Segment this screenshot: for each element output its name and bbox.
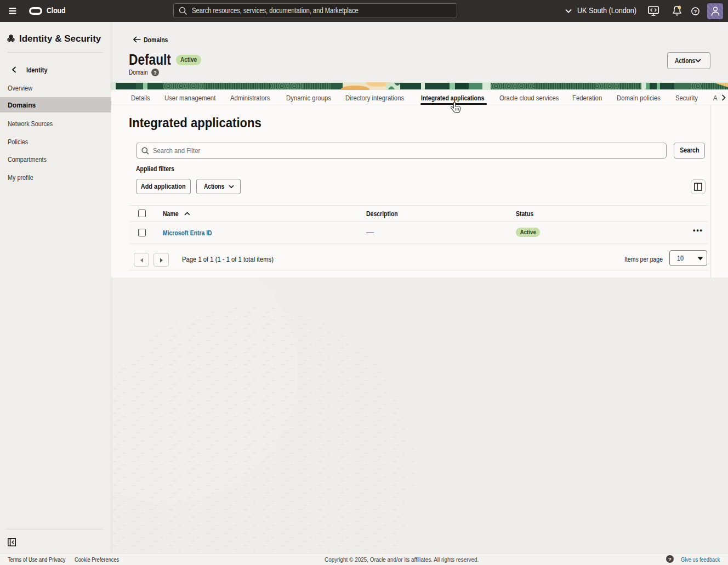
svg-text:?: ? (153, 70, 157, 76)
svg-text:?: ? (668, 556, 672, 562)
svg-text:?: ? (694, 8, 697, 14)
